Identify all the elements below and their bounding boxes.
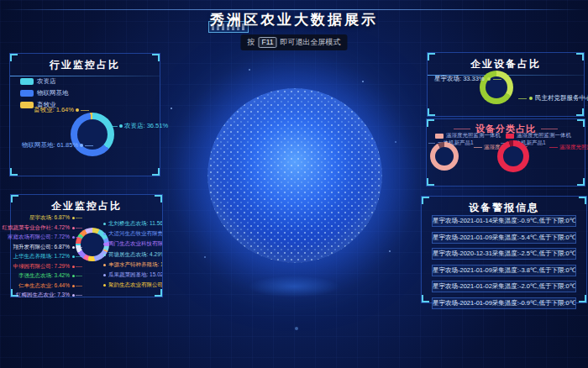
industry-donut-chart[interactable] <box>71 113 114 156</box>
series-label: 红梅园生态农业: 7.3% <box>16 292 75 299</box>
callout-line <box>549 147 558 148</box>
series-label: 仁丰生态农业: 6.44% <box>18 282 75 290</box>
series-dot <box>103 233 106 235</box>
title-underline <box>10 76 160 76</box>
legend-item-store[interactable]: 农资店 <box>20 77 69 86</box>
callout-livestock: 畜牧业: 1.64% <box>34 106 89 114</box>
callout-label: 农资店: 36.51% <box>124 122 168 130</box>
legend-swatch <box>20 90 34 97</box>
device-right-callout: 温湿度光照监测一 <box>549 144 588 151</box>
series-label: 翔升发有限公司: 6.87% <box>13 244 75 251</box>
series-label: 李强生态农场: 3.42% <box>18 272 75 280</box>
series-label: 荷塘居生态农场: 4.29% <box>103 251 162 259</box>
panel-device-alarms: 设备警报信息 星宇农场-2021-01-14采集温度:-0.9℃,低于下限:0℃… <box>421 196 587 303</box>
series-dot <box>103 274 106 276</box>
f11-keycap: F11 <box>258 37 276 48</box>
series-label: 瓜果蔬菜园基地: 15.02% <box>103 271 162 279</box>
callout-label: 畜牧业: 1.64% <box>34 106 74 114</box>
callout-line <box>493 79 501 80</box>
series-dot <box>103 284 106 287</box>
device-right-donut-chart[interactable] <box>497 140 529 172</box>
alarm-row: 星宇农场-2021-01-09采集温度:-5.4℃,低于下限:0℃ <box>432 232 576 244</box>
callout-service-center: 民主村党群服务中心: <box>518 94 588 103</box>
series-dot <box>103 254 106 256</box>
device-left-legend-1[interactable]: 温湿度光照监测一体机 <box>435 132 501 139</box>
series-label: 陶门生态农业科技有限公 <box>103 240 162 248</box>
alarm-row: 星宇农场-2021-01-02采集温度:-2.0℃,低于下限:0℃ <box>432 281 576 292</box>
industry-panel-title: 行业监控占比 <box>10 54 160 72</box>
legend-swatch <box>435 134 444 139</box>
panel-enterprise-monitor: 企业监控占比 星宇农场: 6.87% 红旗蔬菜专业合作社: 4.72% 家庭农场… <box>10 194 163 297</box>
device-right-legend-1[interactable]: 温湿度光照监测一体机 <box>506 132 571 139</box>
fullscreen-tooltip: 按 F11 即可退出全屏模式 <box>240 34 347 50</box>
background-stars <box>0 0 2 2</box>
legend-item-iot[interactable]: 物联网基地 <box>20 89 69 97</box>
alarm-row: 星宇农场-2021-01-09采集温度:-3.8℃,低于下限:0℃ <box>432 265 576 276</box>
callout-label: 民主村党群服务中心: <box>535 94 588 103</box>
callout-dot <box>119 124 123 128</box>
series-label: 丰源水产特种养殖场: 1. <box>103 261 162 269</box>
enterprise-panel-title: 企业监控占比 <box>11 195 162 213</box>
series-dot <box>72 275 75 277</box>
callout-dot <box>76 108 79 112</box>
panel-industry-monitor: 行业监控占比 农资店 物联网基地 畜牧业 畜牧业: 1.64% <box>9 53 160 176</box>
alarm-row: 星宇农场-2020-12-31采集温度:-2.5℃,低于下限:0℃ <box>432 248 576 260</box>
series-label: 中绿园有限公司: 7.29% <box>13 263 75 271</box>
callout-label: 温湿度光照监测一 <box>559 144 588 151</box>
legend-label: 农资店 <box>37 77 56 86</box>
industry-legend: 农资店 物联网基地 畜牧业 <box>20 77 69 109</box>
legend-swatch <box>20 102 34 108</box>
alarm-row: 星宇农场-2021-01-09采集温度:-0.9℃,低于下限:0℃ <box>432 297 576 309</box>
callout-xingyu-farm: 星宇农场: 33.33% <box>434 75 501 83</box>
callout-label: 星宇农场: 33.33% <box>434 75 485 83</box>
title-side-line <box>454 129 470 129</box>
legend-line <box>428 143 435 144</box>
series-label: 北刘桥生态农场: 11.56% <box>103 220 162 228</box>
callout-store: 农资店: 36.51% <box>109 122 168 130</box>
series-dot <box>103 264 106 266</box>
title-side-line <box>541 129 558 129</box>
callout-iot: 物联网基地: 61.85% <box>22 141 93 150</box>
page-title: 秀洲区农业大数据展示 <box>0 10 588 29</box>
alarms-panel-title: 设备警报信息 <box>422 197 586 215</box>
series-dot <box>72 285 75 287</box>
panel-device-category: 设备分类占比 温湿度光照监测一体机 一体机新产品1 温湿度光照监测一 温湿度光照… <box>426 118 585 187</box>
series-dot <box>72 246 75 249</box>
series-label: 聚韵生态农业有限公司: 6.87% <box>103 281 162 289</box>
dashboard-root: 秀洲区农业大数据展示 按 F11 即可退出全屏模式 行业监控占比 农资店 物联网… <box>0 0 588 368</box>
globe-under-glow <box>248 276 340 297</box>
callout-line <box>109 126 118 127</box>
panel-equipment-ratio: 企业设备占比 星宇农场: 33.33% 民主村党群服务中心: <box>427 52 585 117</box>
legend-swatch <box>20 78 34 85</box>
callout-label: 物联网基地: 61.85% <box>22 141 78 150</box>
series-label: 星宇农场: 6.87% <box>29 214 75 222</box>
globe-dot-map <box>207 88 382 263</box>
alarm-row: 星宇农场-2021-01-14采集温度:-0.9℃,低于下限:0℃ <box>432 215 576 227</box>
series-dot <box>103 243 106 245</box>
series-label: 大运河生态牧业有限责任公 <box>103 230 162 238</box>
tooltip-suffix: 即可退出全屏模式 <box>281 37 341 48</box>
callout-line <box>85 145 93 146</box>
enterprise-right-labels: 北刘桥生态农场: 11.56% 大运河生态牧业有限责任公 陶门生态农业科技有限公… <box>103 220 162 289</box>
callout-dot <box>529 97 533 100</box>
series-dot <box>72 227 75 229</box>
series-dot <box>72 255 75 258</box>
callout-dot <box>487 77 491 81</box>
series-dot <box>72 217 75 219</box>
device-left-donut-chart[interactable] <box>430 142 459 171</box>
series-dot <box>72 265 75 268</box>
series-label: 家庭农场有限公司: 7.72% <box>8 234 75 241</box>
series-dot <box>72 236 75 239</box>
legend-label: 温湿度光照监测一体机 <box>446 132 501 139</box>
callout-line <box>474 147 482 148</box>
equipment-panel-title: 企业设备占比 <box>428 53 584 71</box>
series-label: 红旗蔬菜专业合作社: 4.72% <box>2 224 75 232</box>
callout-line <box>81 110 89 111</box>
callout-line <box>518 98 527 99</box>
callout-dot <box>80 144 83 147</box>
legend-label: 物联网基地 <box>37 89 69 97</box>
series-label: 上华生态养殖场: 1.72% <box>13 253 75 260</box>
enterprise-left-labels: 星宇农场: 6.87% 红旗蔬菜专业合作社: 4.72% 家庭农场有限公司: 7… <box>13 214 75 299</box>
alarm-list: 星宇农场-2021-01-14采集温度:-0.9℃,低于下限:0℃ 星宇农场-2… <box>432 215 576 313</box>
legend-label: 温湿度光照监测一体机 <box>517 132 571 139</box>
